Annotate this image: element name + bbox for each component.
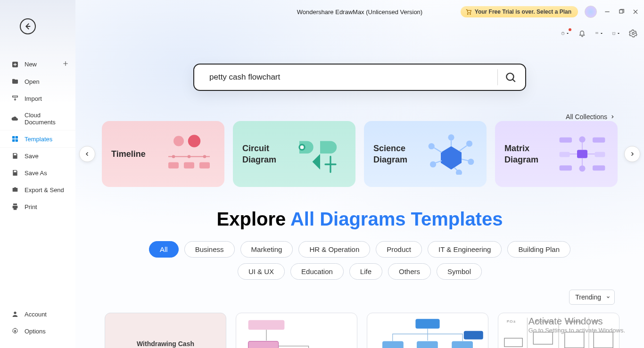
sidebar-item-saveas[interactable]: Save As	[0, 164, 75, 181]
sidebar-item-options[interactable]: Options	[0, 323, 75, 340]
cart-icon	[465, 8, 472, 15]
chip-it[interactable]: IT & Engineering	[428, 241, 502, 258]
sidebar-item-templates[interactable]: Templates	[0, 130, 75, 147]
svg-rect-61	[417, 341, 438, 348]
secondary-toolbar	[561, 29, 637, 38]
sidebar-label: Open	[25, 78, 40, 85]
search-button[interactable]	[504, 71, 517, 83]
account-icon	[11, 310, 19, 318]
category-chips: All Business Marketing HR & Operation Pr…	[75, 241, 644, 280]
sidebar-label: Export & Send	[25, 186, 64, 194]
category-card-science[interactable]: Science Diagram	[364, 121, 487, 187]
chip-business[interactable]: Business	[184, 241, 235, 258]
back-button[interactable]	[20, 18, 36, 34]
sidebar-item-export[interactable]: Export & Send	[0, 181, 75, 198]
svg-rect-46	[560, 138, 572, 143]
bell-icon[interactable]	[578, 29, 586, 38]
chip-building[interactable]: Building Plan	[507, 241, 570, 258]
chip-symbol[interactable]: Symbol	[437, 263, 482, 280]
svg-text:Purchasing: Purchasing	[536, 319, 553, 324]
chip-others[interactable]: Others	[388, 263, 431, 280]
explore-heading: Explore All Diagrams Templates	[75, 209, 644, 230]
svg-rect-3	[12, 139, 15, 142]
svg-point-6	[14, 312, 16, 314]
template-card[interactable]: Withdrawing Cash Start	[105, 313, 226, 348]
trial-banner[interactable]: Your Free Trial is over. Select a Plan	[461, 6, 578, 17]
sort-dropdown[interactable]: Trending	[569, 290, 615, 305]
sort-selected: Trending	[575, 293, 601, 301]
sidebar-item-cloud[interactable]: Cloud Documents	[0, 107, 75, 130]
svg-point-32	[466, 140, 472, 146]
chip-marketing[interactable]: Marketing	[240, 241, 293, 258]
svg-rect-4	[16, 139, 18, 142]
svg-point-29	[299, 145, 305, 150]
arrow-left-icon	[24, 22, 32, 31]
sidebar-label: Save As	[25, 170, 47, 177]
svg-rect-51	[593, 165, 605, 170]
svg-rect-5	[13, 188, 18, 192]
close-button[interactable]	[632, 8, 639, 16]
sidebar-label: New	[25, 61, 37, 68]
chip-all[interactable]: All	[149, 241, 179, 258]
svg-point-36	[429, 143, 435, 149]
sidebar-item-import[interactable]: Import	[0, 90, 75, 107]
sidebar-item-print[interactable]: Print	[0, 198, 75, 215]
svg-rect-48	[560, 152, 570, 157]
svg-point-23	[172, 155, 175, 158]
carousel-prev[interactable]	[79, 146, 95, 162]
sidebar-label: Cloud Documents	[25, 112, 69, 126]
app-title: Wondershare EdrawMax (Unlicensed Version…	[297, 8, 422, 16]
category-card-circuit[interactable]: Circuit Diagram	[233, 121, 355, 187]
sidebar-label: Account	[25, 311, 47, 318]
svg-point-44	[579, 137, 585, 143]
all-collections-link[interactable]: All Collections	[566, 113, 615, 121]
category-card-matrix[interactable]: Matrix Diagram	[495, 121, 618, 187]
sidebar-label: Save	[25, 153, 39, 160]
chip-product[interactable]: Product	[376, 241, 422, 258]
sidebar-item-new[interactable]: New	[0, 56, 75, 73]
svg-point-31	[448, 134, 454, 140]
svg-text:A/P: A/P	[593, 319, 598, 324]
plus-icon[interactable]	[62, 60, 69, 68]
template-card[interactable]	[236, 313, 357, 348]
svg-point-35	[430, 161, 436, 167]
apps-icon[interactable]	[595, 29, 603, 38]
sidebar-label: Print	[25, 203, 37, 210]
chip-hr[interactable]: HR & Operation	[298, 241, 370, 258]
chip-life[interactable]: Life	[349, 263, 382, 280]
card-title: Circuit Diagram	[242, 143, 294, 166]
tshirt-icon[interactable]	[612, 29, 620, 38]
category-card-timeline[interactable]: Timeline	[102, 121, 224, 187]
sidebar-item-save[interactable]: Save	[0, 147, 75, 164]
sidebar-item-open[interactable]: Open	[0, 73, 75, 90]
svg-rect-28	[199, 162, 210, 169]
import-icon	[11, 95, 19, 102]
template-card[interactable]	[367, 313, 488, 348]
settings-icon[interactable]	[629, 29, 637, 38]
chevron-right-icon	[629, 151, 635, 157]
svg-point-24	[188, 155, 191, 158]
chevron-down-icon	[606, 293, 611, 301]
search-input[interactable]	[209, 73, 494, 82]
templates-icon	[11, 135, 19, 143]
svg-line-38	[460, 146, 467, 151]
template-card[interactable]: P.O.sPurchasingReceivingA/P	[498, 313, 619, 348]
divider	[497, 69, 498, 85]
svg-point-12	[595, 32, 596, 32]
sidebar-label: Options	[25, 328, 46, 335]
svg-line-40	[454, 168, 458, 171]
svg-rect-1	[12, 136, 15, 138]
minimize-button[interactable]	[603, 8, 611, 16]
template-thumb	[236, 314, 357, 348]
sidebar-item-account[interactable]: Account	[0, 306, 75, 323]
carousel-next[interactable]	[624, 146, 640, 162]
chip-education[interactable]: Education	[290, 263, 344, 280]
chip-uiux[interactable]: UI & UX	[238, 263, 285, 280]
avatar[interactable]	[585, 6, 597, 18]
template-results: Withdrawing Cash Start P.O.sPurchasingRe…	[75, 313, 644, 348]
help-icon[interactable]	[561, 29, 570, 38]
maximize-button[interactable]	[618, 8, 625, 16]
svg-point-25	[203, 155, 206, 158]
svg-rect-60	[382, 341, 404, 348]
sidebar-label: Import	[25, 95, 42, 102]
